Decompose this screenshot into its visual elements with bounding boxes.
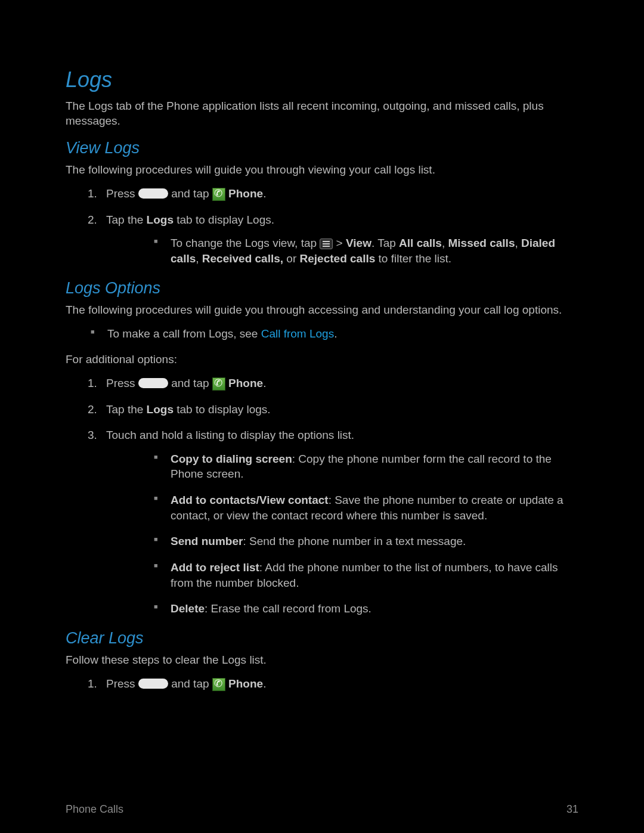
- view-logs-steps: Press and tap Phone. Tap the Logs tab to…: [100, 186, 578, 267]
- bold-text: Missed calls: [448, 237, 515, 249]
- text: Press: [106, 187, 138, 200]
- text: .: [263, 677, 266, 690]
- list-item: Add to contacts/View contact: Save the p…: [154, 493, 578, 523]
- additional-options-text: For additional options:: [66, 352, 578, 367]
- home-button-icon: [138, 378, 168, 388]
- bold-text: Phone: [228, 677, 263, 690]
- page-title: Logs: [66, 66, 578, 95]
- text: .: [263, 187, 266, 200]
- bold-text: Phone: [228, 377, 263, 389]
- home-button-icon: [138, 188, 168, 199]
- text: >: [333, 237, 346, 249]
- text: Press: [106, 677, 138, 690]
- logs-options-steps: Press and tap Phone. Tap the Logs tab to…: [100, 376, 578, 617]
- bold-text: Add to contacts/View contact: [171, 494, 329, 506]
- bold-text: Logs: [147, 213, 174, 226]
- text: Tap the: [106, 403, 147, 416]
- text: ,: [442, 237, 448, 249]
- list-item: Press and tap Phone.: [100, 676, 578, 692]
- list-item: Tap the Logs tab to display Logs. To cha…: [100, 212, 578, 267]
- bold-text: Add to reject list: [171, 561, 259, 574]
- page-footer: Phone Calls 31: [66, 802, 578, 816]
- text: and tap: [168, 677, 212, 690]
- list-item: Tap the Logs tab to display logs.: [100, 402, 578, 417]
- home-button-icon: [138, 679, 168, 689]
- logs-options-heading: Logs Options: [66, 277, 578, 299]
- text: tab to display logs.: [174, 403, 271, 416]
- text: to filter the list.: [375, 252, 451, 265]
- list-item: Send number: Send the phone number in a …: [154, 534, 578, 549]
- text: : Erase the call record from Logs.: [205, 602, 371, 615]
- list-item: Delete: Erase the call record from Logs.: [154, 601, 578, 617]
- text: ,: [196, 252, 202, 265]
- bold-text: Logs: [147, 403, 174, 416]
- bold-text: Send number: [171, 535, 243, 547]
- footer-section: Phone Calls: [66, 802, 123, 816]
- bold-text: Copy to dialing screen: [171, 453, 292, 465]
- clear-logs-intro: Follow these steps to clear the Logs lis…: [66, 652, 578, 668]
- call-from-logs-link[interactable]: Call from Logs: [261, 327, 335, 340]
- list-item: Press and tap Phone.: [100, 186, 578, 202]
- bold-text: Received calls,: [202, 252, 283, 265]
- phone-icon: [212, 377, 225, 391]
- text: . Tap: [371, 237, 399, 249]
- menu-icon: [320, 239, 333, 249]
- bold-text: Phone: [228, 187, 263, 200]
- text: and tap: [168, 377, 212, 389]
- options-sub-list: Copy to dialing screen: Copy the phone n…: [154, 451, 578, 617]
- text: tab to display Logs.: [174, 213, 274, 226]
- list-item: Press and tap Phone.: [100, 376, 578, 391]
- sub-list: To change the Logs view, tap > View. Tap…: [154, 236, 578, 266]
- text: Touch and hold a listing to display the …: [106, 429, 354, 441]
- bold-text: Rejected calls: [300, 252, 376, 265]
- list-item: Add to reject list: Add the phone number…: [154, 560, 578, 590]
- list-item: To change the Logs view, tap > View. Tap…: [154, 236, 578, 266]
- view-logs-heading: View Logs: [66, 137, 578, 159]
- clear-logs-steps: Press and tap Phone.: [100, 676, 578, 692]
- text: Press: [106, 377, 138, 389]
- text: .: [263, 377, 266, 389]
- list-item: To make a call from Logs, see Call from …: [91, 326, 578, 342]
- bold-text: All calls: [399, 237, 442, 249]
- bold-text: Delete: [171, 602, 205, 615]
- text: and tap: [168, 187, 212, 200]
- phone-icon: [212, 188, 225, 201]
- text: .: [334, 327, 337, 340]
- logs-options-bullets: To make a call from Logs, see Call from …: [91, 326, 578, 342]
- logs-options-intro: The following procedures will guide you …: [66, 302, 578, 318]
- intro-text: The Logs tab of the Phone application li…: [66, 98, 578, 129]
- text: : Send the phone number in a text messag…: [243, 535, 466, 547]
- page-content: Logs The Logs tab of the Phone applicati…: [0, 0, 644, 692]
- text: Tap the: [106, 213, 147, 226]
- footer-page-number: 31: [566, 802, 578, 816]
- text: To change the Logs view, tap: [171, 237, 320, 249]
- text: To make a call from Logs, see: [107, 327, 261, 340]
- list-item: Touch and hold a listing to display the …: [100, 428, 578, 617]
- clear-logs-heading: Clear Logs: [66, 627, 578, 649]
- phone-icon: [212, 678, 225, 691]
- text: or: [283, 252, 299, 265]
- list-item: Copy to dialing screen: Copy the phone n…: [154, 451, 578, 482]
- bold-text: View: [346, 237, 371, 249]
- view-logs-intro: The following procedures will guide you …: [66, 162, 578, 178]
- text: ,: [515, 237, 521, 249]
